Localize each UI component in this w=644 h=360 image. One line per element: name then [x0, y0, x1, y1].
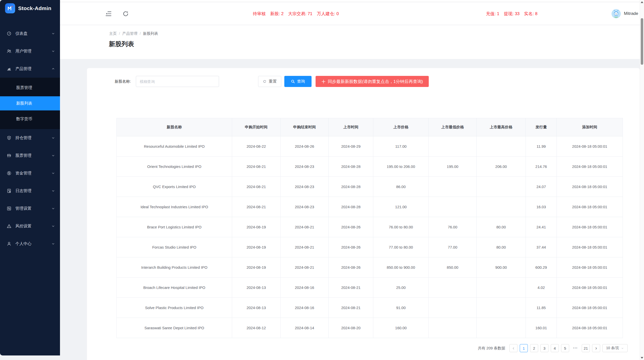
cell: 2024-08-28 — [329, 157, 373, 177]
refresh-icon[interactable] — [120, 9, 131, 19]
sidebar-item-log-management[interactable]: 日志管理 — [0, 182, 60, 200]
cell-stock-name: Resourceful Automobile Limited IPO — [117, 136, 232, 157]
sidebar-item-admin-settings[interactable]: 管理设置 — [0, 200, 60, 217]
pagination-page-5[interactable]: 5 — [561, 344, 569, 352]
stat-withdrawals[interactable]: 提现: 33 — [504, 11, 519, 17]
stock-name-input[interactable] — [136, 76, 219, 87]
cell: 2024-08-26 — [281, 136, 329, 157]
page-size-select[interactable]: 10 条/页 — [602, 344, 628, 352]
pagination-prev-button[interactable]: ‹ — [509, 344, 517, 352]
submenu-item-label: 数字货币 — [16, 116, 32, 122]
cell: 91.00 — [373, 298, 429, 318]
cell: 2024-08-19 — [232, 237, 281, 257]
stat-kyc[interactable]: 实名: 8 — [524, 11, 537, 17]
product-submenu: 股票管理 新股列表 数字货币 — [0, 78, 60, 129]
work-area: 新股名称: 重置 查询 — [60, 59, 640, 360]
stat-label: 提现: — [504, 11, 514, 16]
shield-yuan-icon — [7, 135, 12, 140]
cell: 117.00 — [373, 136, 429, 157]
cell: 2024-08-19 — [232, 257, 281, 278]
cell-stock-name: Broach Lifecare Hospital Limited IPO — [117, 278, 232, 298]
sidebar-item-user-management[interactable]: 用户管理 — [0, 42, 60, 60]
sidebar-item-product-management[interactable]: 产品管理 — [0, 60, 60, 78]
column-header: 新股名称 — [117, 118, 232, 136]
cell: 2024-08-23 — [281, 177, 329, 197]
pagination-page-4[interactable]: 4 — [551, 344, 559, 352]
cell: 2024-08-23 — [281, 197, 329, 217]
pagination-next-button[interactable]: › — [592, 344, 600, 352]
column-header: 上市最低价格 — [429, 118, 477, 136]
menu-fold-icon[interactable] — [103, 9, 113, 19]
cell — [429, 136, 477, 157]
search-button[interactable]: 查询 — [284, 76, 312, 87]
cell: 2024-08-22 — [232, 136, 281, 157]
pending-prefix[interactable]: 待审核 — [253, 11, 266, 17]
pagination-page-last[interactable]: 21 — [582, 344, 590, 352]
page-title: 新股列表 — [109, 40, 134, 48]
scroll-down-icon[interactable] — [640, 356, 644, 360]
sync-latest-ipo-button[interactable]: 同步最新新股数据(请勿重复点击，1分钟后再查询) — [316, 76, 429, 87]
breadcrumb: 主页 / 产品管理 / 新股列表 — [109, 31, 158, 36]
sidebar-item-dashboard[interactable]: 仪表盘 — [0, 25, 60, 42]
submenu-item-new-stock-list[interactable]: 新股列表 — [0, 96, 60, 110]
cell: 24.07 — [526, 177, 557, 197]
table-row: Saraswati Saree Depot Limited IPO2024-08… — [117, 318, 623, 338]
dashboard-icon — [7, 31, 12, 36]
chevron-down-icon — [51, 171, 55, 175]
cell: 2024-08-18 05:00:01 — [557, 136, 623, 157]
submenu-item-digital-currency[interactable]: 数字货币 — [0, 112, 60, 126]
cell: 2024-08-21 — [232, 177, 281, 197]
cell: 25.00 — [373, 278, 429, 298]
table-row: Interarch Building Products Limited IPO2… — [117, 257, 623, 278]
chevron-up-icon — [51, 67, 55, 71]
stat-label: 实名: — [524, 11, 534, 16]
reset-button[interactable]: 重置 — [258, 76, 281, 87]
sidebar-item-label: 管理设置 — [15, 206, 51, 211]
pagination-page-3[interactable]: 3 — [540, 344, 548, 352]
user-menu[interactable]: Mitrade — [611, 2, 638, 25]
sidebar-item-profile-center[interactable]: 个人中心 — [0, 235, 60, 253]
breadcrumb-home[interactable]: 主页 — [109, 31, 117, 36]
sidebar-item-risk-settings[interactable]: 风控设置 — [0, 217, 60, 235]
chevron-down-icon — [621, 347, 624, 350]
cell: 2024-08-28 — [329, 177, 373, 197]
chevron-down-icon — [51, 224, 55, 228]
cell: 850.00 to 900.00 — [373, 257, 429, 278]
cell: 2024-08-26 — [329, 257, 373, 278]
submenu-item-stock-management[interactable]: 股票管理 — [0, 81, 60, 95]
stat-block-trades[interactable]: 大宗交易: 71 — [288, 11, 312, 17]
pagination-page-1[interactable]: 1 — [520, 344, 528, 352]
reset-icon — [263, 79, 267, 83]
plus-icon — [321, 79, 326, 84]
breadcrumb-separator: / — [140, 31, 141, 36]
cell: 121.00 — [373, 197, 429, 217]
sidebar-item-stock-management[interactable]: 股票管理 — [0, 147, 60, 164]
cell-stock-name: Brace Port Logistics Limited IPO — [117, 217, 232, 237]
stat-deposits[interactable]: 充值: 1 — [486, 11, 499, 17]
pagination-page-2[interactable]: 2 — [530, 344, 538, 352]
stat-mass-positions[interactable]: 万人建仓: 0 — [317, 11, 339, 17]
topbar: 待审核 新股: 2 大宗交易: 71 万人建仓: 0 充值: 1 提现: 33 … — [60, 2, 640, 25]
cell — [477, 318, 526, 338]
sidebar: Stock-Admin 仪表盘 用户管理 — [0, 0, 60, 355]
scrollbar-thumb[interactable] — [641, 18, 643, 65]
cell: 2024-08-18 05:00:01 — [557, 237, 623, 257]
page-size-value: 10 条/页 — [606, 346, 619, 350]
cell: 2024-08-18 05:00:01 — [557, 278, 623, 298]
pagination-more-button[interactable]: ••• — [571, 344, 579, 352]
cell-stock-name: Ideal Technoplast Industries Limited IPO — [117, 197, 232, 217]
breadcrumb-product-management[interactable]: 产品管理 — [122, 31, 137, 36]
sidebar-item-label: 日志管理 — [15, 188, 51, 194]
cell: 160.01 — [526, 318, 557, 338]
cell: 2024-08-21 — [329, 298, 373, 318]
warning-triangle-icon — [7, 224, 12, 229]
column-header: 发行量 — [526, 118, 557, 136]
sidebar-item-funds-management[interactable]: 资金管理 — [0, 164, 60, 182]
stat-label: 大宗交易: — [288, 11, 306, 16]
sidebar-item-position-management[interactable]: 持仓管理 — [0, 129, 60, 147]
table-row: Solve Plastic Products Limited IPO2024-0… — [117, 298, 623, 318]
stat-value: 0 — [336, 11, 339, 16]
cell-stock-name: Interarch Building Products Limited IPO — [117, 257, 232, 278]
stat-new-stocks[interactable]: 新股: 2 — [270, 11, 284, 17]
scroll-up-icon[interactable] — [640, 0, 644, 4]
